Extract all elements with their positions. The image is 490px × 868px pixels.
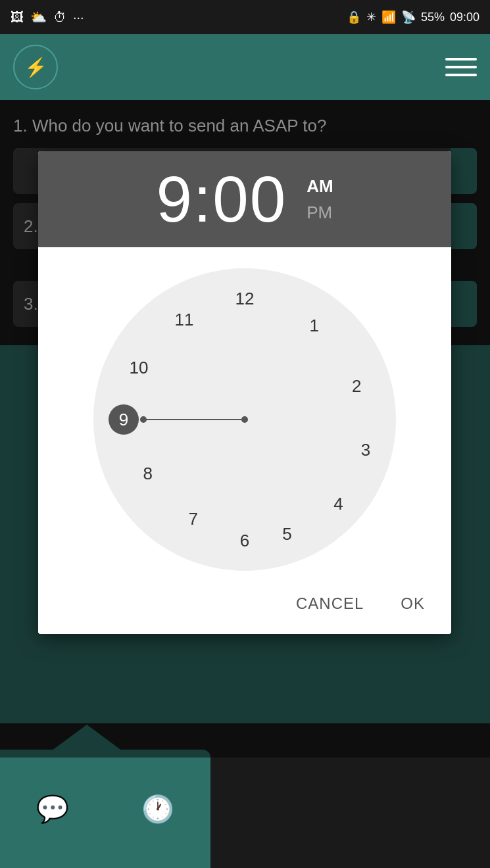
time-display: 9:00 bbox=[156, 167, 287, 231]
clock-num-4[interactable]: 4 bbox=[324, 489, 354, 519]
clock-num-10[interactable]: 10 bbox=[124, 353, 154, 383]
clock-num-5[interactable]: 5 bbox=[272, 519, 302, 550]
am-option[interactable]: AM bbox=[306, 174, 333, 198]
clock-num-12[interactable]: 12 bbox=[230, 283, 260, 314]
clock-num-2[interactable]: 2 bbox=[341, 371, 372, 401]
ampm-container: AM PM bbox=[306, 174, 333, 225]
time-header: 9:00 AM PM bbox=[38, 151, 451, 247]
hamburger-line-3 bbox=[445, 74, 477, 76]
clock-num-7[interactable]: 7 bbox=[178, 504, 208, 535]
clock-num-3[interactable]: 3 bbox=[351, 435, 381, 465]
clock-face[interactable]: 12 1 2 3 4 5 6 7 8 9 10 11 bbox=[93, 268, 396, 571]
messages-nav-icon[interactable]: 💬 bbox=[36, 794, 69, 825]
message-icon: 💬 bbox=[36, 794, 69, 825]
app-logo[interactable]: ⚡ bbox=[13, 45, 58, 89]
image-icon: 🖼 bbox=[11, 10, 24, 25]
status-bar: 🖼 ⛅ ⏱ ··· 🔒 ✳ 📶 📡 55% 09:00 bbox=[0, 0, 490, 34]
top-bar: ⚡ bbox=[0, 34, 490, 100]
hamburger-menu[interactable] bbox=[445, 58, 477, 76]
lock-icon: 🔒 bbox=[347, 10, 361, 24]
history-nav-icon[interactable]: 🕐 bbox=[141, 794, 174, 825]
status-bar-left: 🖼 ⛅ ⏱ ··· bbox=[11, 9, 84, 25]
status-time: 09:00 bbox=[450, 11, 479, 24]
signal-icon: 📡 bbox=[401, 10, 416, 24]
dots-icon: ··· bbox=[73, 10, 84, 25]
status-bar-right: 🔒 ✳ 📶 📡 55% 09:00 bbox=[347, 10, 479, 24]
bluetooth-icon: ✳ bbox=[366, 10, 376, 24]
bottom-nav: 💬 🕐 bbox=[0, 750, 210, 868]
cancel-button[interactable]: CANCEL bbox=[285, 587, 374, 621]
clock-container: 12 1 2 3 4 5 6 7 8 9 10 11 bbox=[38, 247, 451, 581]
clock-num-11[interactable]: 11 bbox=[169, 304, 199, 335]
dialog-buttons: CANCEL OK bbox=[38, 581, 451, 634]
history-icon: 🕐 bbox=[141, 794, 174, 825]
wifi-icon: 📶 bbox=[381, 10, 396, 24]
clock-icon: ⏱ bbox=[53, 10, 66, 25]
lightning-icon: ⚡ bbox=[24, 57, 47, 78]
pm-option[interactable]: PM bbox=[306, 201, 333, 224]
clock-num-6[interactable]: 6 bbox=[230, 525, 260, 556]
hamburger-line-2 bbox=[445, 66, 477, 68]
cloud-icon: ⛅ bbox=[30, 9, 47, 25]
clock-hand bbox=[143, 419, 245, 420]
hamburger-line-1 bbox=[445, 58, 477, 60]
ok-button[interactable]: OK bbox=[390, 587, 435, 621]
clock-num-1[interactable]: 1 bbox=[299, 310, 330, 341]
clock-num-8[interactable]: 8 bbox=[133, 459, 163, 489]
battery-text: 55% bbox=[421, 11, 445, 24]
time-picker-dialog: 9:00 AM PM 12 1 2 3 4 5 6 7 8 9 bbox=[38, 151, 451, 634]
clock-num-9[interactable]: 9 bbox=[109, 404, 139, 435]
clock-hand-dot bbox=[140, 416, 147, 423]
clock-center-dot bbox=[241, 416, 248, 423]
